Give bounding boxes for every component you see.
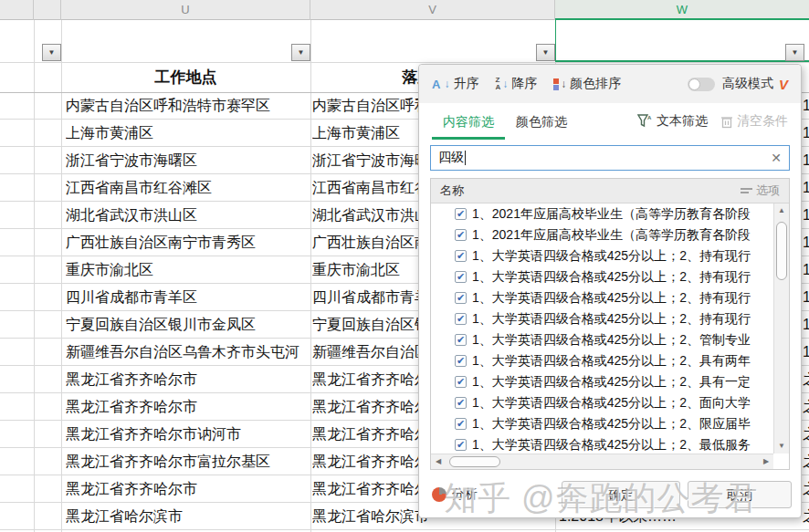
filter-item-label: 1、大学英语四级合格或425分以上；2、持有现行 <box>472 269 751 286</box>
filter-item-label: 1、2021年应届高校毕业生（高等学历教育各阶段 <box>472 206 751 223</box>
sort-descending-icon: ZA <box>495 77 500 91</box>
column-header-w-selected[interactable]: W <box>555 0 809 20</box>
vertical-scrollbar[interactable]: ▲ ▼ <box>773 203 789 454</box>
scroll-left-icon[interactable]: ◀ <box>431 454 446 469</box>
filter-item-label: 1、大学英语四级合格或425分以上；2、管制专业 <box>472 332 751 349</box>
w-cell-fragment: 1 <box>803 284 809 311</box>
w-cell-fragment: 1 <box>803 92 809 120</box>
selected-column-border-left <box>555 20 556 62</box>
checkbox-checked-icon[interactable]: ✔ <box>455 250 467 262</box>
cell-work-location[interactable]: 四川省成都市青羊区 <box>66 284 309 311</box>
tab-color-filter[interactable]: 颜色筛选 <box>505 103 578 140</box>
scroll-right-icon[interactable]: ▶ <box>759 454 773 469</box>
sort-ascending-button[interactable]: A ↓ 升序 <box>432 76 478 92</box>
w-cell-fragment: 1 <box>803 147 809 174</box>
vip-badge-icon: V <box>779 77 788 92</box>
filter-value-list: 名称 选项 ✔1、2021年应届高校毕业生（高等学历教育各阶段✔1、2021年应… <box>430 178 790 470</box>
column-header-blank2[interactable] <box>34 0 61 20</box>
cell-work-location[interactable]: 黑龙江省齐齐哈尔市 <box>66 393 309 421</box>
cell-work-location[interactable]: 黑龙江省齐齐哈尔市讷河市 <box>66 421 309 448</box>
filter-list-item[interactable]: ✔1、大学英语四级合格或425分以上；2、持有现行 <box>431 287 773 308</box>
w-cell-fragment: 1 <box>803 229 809 256</box>
filter-list-item[interactable]: ✔1、2021年应届高校毕业生（高等学历教育各阶段 <box>431 203 773 224</box>
autofilter-dropdown-icon[interactable]: ▼ <box>536 44 555 61</box>
watermark: 知乎 @奔跑的公考君 <box>444 476 759 521</box>
filter-list-item[interactable]: ✔1、2021年应届高校毕业生（高等学历教育各阶段 <box>431 224 773 245</box>
cell-work-location[interactable]: 江西省南昌市红谷滩区 <box>66 174 309 202</box>
column-header-blank1[interactable] <box>0 0 34 20</box>
w-cell-fragment: 之 <box>803 421 809 448</box>
filter-list-item[interactable]: ✔1、大学英语四级合格或425分以上；2、管制专业 <box>431 329 773 350</box>
scroll-up-icon[interactable]: ▲ <box>774 203 789 218</box>
sort-descending-button[interactable]: ZA ↓ 降序 <box>495 76 537 92</box>
filter-item-label: 1、2021年应届高校毕业生（高等学历教育各阶段 <box>472 227 751 244</box>
w-cell-fragment: 1 <box>803 339 809 366</box>
w-cell-fragment: 1 <box>803 174 809 202</box>
tab-content-filter[interactable]: 内容筛选 <box>432 103 505 140</box>
cell-work-location[interactable]: 广西壮族自治区南宁市青秀区 <box>66 229 309 256</box>
options-icon <box>741 186 752 195</box>
filter-items: ✔1、2021年应届高校毕业生（高等学历教育各阶段✔1、2021年应届高校毕业生… <box>431 203 773 454</box>
checkbox-checked-icon[interactable]: ✔ <box>455 334 467 346</box>
list-header: 名称 选项 <box>431 179 789 203</box>
cell-work-location[interactable]: 黑龙江省齐齐哈尔市富拉尔基区 <box>66 448 309 475</box>
text-filter-button[interactable]: A 文本筛选 <box>637 113 708 130</box>
scroll-down-icon[interactable]: ▼ <box>774 439 789 454</box>
clear-search-icon[interactable]: ✕ <box>771 151 782 165</box>
filter-list-item[interactable]: ✔1、大学英语四级合格或425分以上；2、具有两年 <box>431 350 773 371</box>
filter-list-item[interactable]: ✔1、大学英语四级合格或425分以上；2、限应届毕 <box>431 413 773 434</box>
checkbox-checked-icon[interactable]: ✔ <box>455 292 467 304</box>
w-cell-fragment: 1 <box>803 202 809 229</box>
cell-work-location[interactable]: 重庆市渝北区 <box>66 256 309 284</box>
cell-work-location[interactable]: 宁夏回族自治区银川市金凤区 <box>66 311 309 339</box>
filter-list-item[interactable]: ✔1、大学英语四级合格或425分以上；2、持有现行 <box>431 245 773 266</box>
cell-work-location[interactable]: 黑龙江省齐齐哈尔市 <box>66 366 309 393</box>
filter-item-label: 1、大学英语四级合格或425分以上；2、最低服务 <box>472 437 751 454</box>
checkbox-checked-icon[interactable]: ✔ <box>455 439 467 451</box>
options-button[interactable]: 选项 <box>741 183 780 199</box>
filter-item-label: 1、大学英语四级合格或425分以上；2、具有一定 <box>472 374 751 391</box>
cell-work-location[interactable]: 黑龙江省哈尔滨市 <box>66 503 309 530</box>
checkbox-checked-icon[interactable]: ✔ <box>455 376 467 388</box>
header-cell-work-location[interactable]: 工作地点 <box>61 62 310 92</box>
filter-item-label: 1、大学英语四级合格或425分以上；2、面向大学 <box>472 395 751 412</box>
vertical-scroll-thumb[interactable] <box>776 222 787 280</box>
search-input[interactable]: 四级 ✕ <box>430 145 790 171</box>
w-cell-fragment: 之 <box>803 475 809 503</box>
checkbox-checked-icon[interactable]: ✔ <box>455 418 467 430</box>
checkbox-checked-icon[interactable]: ✔ <box>455 229 467 241</box>
autofilter-dropdown-icon-w-open[interactable]: ▼ <box>785 44 804 61</box>
autofilter-dropdown-icon[interactable]: ▼ <box>291 44 310 61</box>
autofilter-dropdown-icon[interactable]: ▼ <box>42 44 61 61</box>
color-sort-button[interactable]: ↓ 颜色排序 <box>553 76 621 92</box>
cell-work-location[interactable]: 内蒙古自治区呼和浩特市赛罕区 <box>66 92 309 120</box>
horizontal-scrollbar[interactable]: ◀ ▶ <box>431 454 773 469</box>
cell-work-location[interactable]: 浙江省宁波市海曙区 <box>66 147 309 174</box>
column-header-u[interactable]: U <box>61 0 310 20</box>
filter-list-item[interactable]: ✔1、大学英语四级合格或425分以上；2、持有现行 <box>431 266 773 287</box>
filter-item-label: 1、大学英语四级合格或425分以上；2、持有现行 <box>472 290 751 307</box>
cell-work-location[interactable]: 湖北省武汉市洪山区 <box>66 202 309 229</box>
clear-conditions-label: 清空条件 <box>737 113 788 130</box>
filter-list-item[interactable]: ✔1、大学英语四级合格或425分以上；2、最低服务 <box>431 434 773 454</box>
funnel-icon: A <box>637 114 653 129</box>
filter-list-item[interactable]: ✔1、大学英语四级合格或425分以上；2、持有现行 <box>431 308 773 329</box>
column-header-v[interactable]: V <box>310 0 555 20</box>
filter-list-item[interactable]: ✔1、大学英语四级合格或425分以上；2、具有一定 <box>431 371 773 392</box>
text-caret <box>465 151 466 165</box>
cell-work-location[interactable]: 新疆维吾尔自治区乌鲁木齐市头屯河 <box>66 339 309 366</box>
checkbox-checked-icon[interactable]: ✔ <box>455 271 467 283</box>
checkbox-checked-icon[interactable]: ✔ <box>455 355 467 367</box>
clear-conditions-button[interactable]: 清空条件 <box>720 113 788 130</box>
checkbox-checked-icon[interactable]: ✔ <box>455 313 467 325</box>
checkbox-checked-icon[interactable]: ✔ <box>455 208 467 220</box>
horizontal-scroll-thumb[interactable] <box>449 456 500 467</box>
w-cell-fragment: 之 <box>803 448 809 475</box>
cell-work-location[interactable]: 黑龙江省齐齐哈尔市 <box>66 475 309 503</box>
w-cell-fragment: 之 <box>803 366 809 393</box>
w-cell-fragment: 1 <box>803 256 809 284</box>
advanced-mode-toggle[interactable] <box>688 78 715 91</box>
filter-list-item[interactable]: ✔1、大学英语四级合格或425分以上；2、面向大学 <box>431 392 773 413</box>
checkbox-checked-icon[interactable]: ✔ <box>455 397 467 409</box>
cell-work-location[interactable]: 上海市黄浦区 <box>66 120 309 147</box>
